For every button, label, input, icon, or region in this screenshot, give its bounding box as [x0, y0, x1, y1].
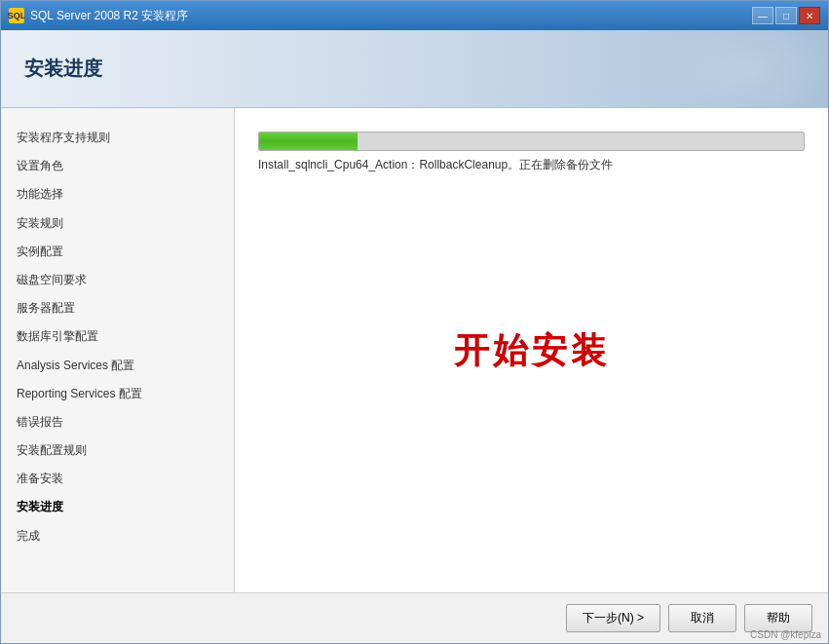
right-content: Install_sqlncli_Cpu64_Action：RollbackCle… [235, 108, 828, 592]
main-content: 安装程序支持规则 设置角色 功能选择 安装规则 实例配置 磁盘空间要求 服务器配… [1, 108, 828, 592]
sidebar-item-disk: 磁盘空间要求 [1, 266, 234, 294]
watermark: CSDN @kfepiza [750, 629, 821, 640]
sidebar-item-analysis: Analysis Services 配置 [1, 352, 234, 380]
install-center-text: 开始安装 [454, 326, 610, 374]
sidebar-item-db-config: 数据库引擎配置 [1, 322, 234, 351]
close-button[interactable]: ✕ [799, 7, 820, 24]
sidebar-item-reporting: Reporting Services 配置 [1, 380, 234, 408]
minimize-button[interactable]: — [752, 7, 773, 24]
header-area: 安装进度 [1, 30, 828, 108]
sidebar-item-error: 错误报告 [1, 408, 234, 436]
sidebar-item-complete: 完成 [1, 522, 234, 550]
window-controls: — □ ✕ [752, 7, 820, 24]
progress-bar-fill [259, 133, 358, 150]
progress-container: Install_sqlncli_Cpu64_Action：RollbackCle… [258, 132, 805, 173]
title-bar: SQL SQL Server 2008 R2 安装程序 — □ ✕ [1, 1, 828, 30]
app-icon: SQL [9, 8, 24, 23]
restore-button[interactable]: □ [775, 7, 797, 24]
sidebar-item-config-rules: 安装配置规则 [1, 436, 234, 465]
help-button[interactable]: 帮助 [744, 604, 812, 632]
sidebar-item-ready: 准备安装 [1, 465, 234, 493]
sidebar-item-role: 设置角色 [1, 152, 234, 180]
cancel-button[interactable]: 取消 [668, 604, 736, 632]
main-window: SQL SQL Server 2008 R2 安装程序 — □ ✕ 安装进度 安… [0, 0, 829, 644]
window-title: SQL Server 2008 R2 安装程序 [30, 8, 752, 24]
sidebar-item-instance: 实例配置 [1, 238, 234, 266]
footer: 下一步(N) > 取消 帮助 [1, 592, 828, 643]
sidebar-item-server-config: 服务器配置 [1, 294, 234, 322]
progress-bar-track [258, 132, 805, 151]
progress-status: Install_sqlncli_Cpu64_Action：RollbackCle… [258, 157, 805, 173]
sidebar: 安装程序支持规则 设置角色 功能选择 安装规则 实例配置 磁盘空间要求 服务器配… [1, 108, 235, 592]
sidebar-item-progress: 安装进度 [1, 493, 234, 521]
sidebar-item-support-rules: 安装程序支持规则 [1, 124, 234, 152]
sidebar-item-features: 功能选择 [1, 180, 234, 208]
page-title: 安装进度 [24, 56, 102, 82]
sidebar-item-install-rules: 安装规则 [1, 209, 234, 238]
next-button[interactable]: 下一步(N) > [566, 604, 660, 632]
